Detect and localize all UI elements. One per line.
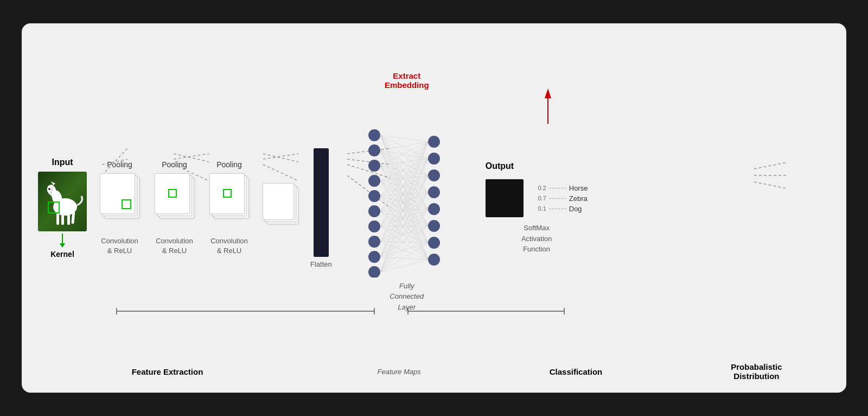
feature-maps-1	[97, 173, 143, 233]
svg-line-61	[380, 142, 428, 150]
svg-line-132	[380, 260, 428, 272]
prob-zebra: 0.7	[533, 195, 546, 201]
flatten-section: Flatten	[310, 148, 332, 268]
svg-line-19	[754, 162, 787, 169]
class-horse: Horse	[569, 184, 588, 192]
svg-point-50	[428, 220, 440, 232]
svg-rect-30	[61, 214, 64, 225]
fc-layer-label: FullyConnectedLayer	[390, 281, 424, 313]
feature-maps-pool	[261, 183, 302, 243]
nn-section: ExtractEmbedding	[342, 104, 472, 313]
svg-line-116	[380, 242, 428, 260]
output-image	[486, 179, 524, 217]
arrow-down-icon	[62, 234, 63, 244]
svg-point-51	[428, 237, 440, 249]
feature-maps-2	[151, 173, 197, 233]
dashed-separator	[550, 188, 566, 188]
feature-card	[209, 173, 245, 214]
conv-label-1: Convolution& ReLU	[101, 236, 138, 256]
svg-line-21	[754, 182, 787, 188]
output-section: Output 0.2 Horse 0.7 Zebra 0.1 Dog	[486, 161, 588, 255]
input-label: Input	[52, 157, 73, 167]
class-row-zebra: 0.7 Zebra	[533, 194, 588, 203]
svg-line-55	[380, 135, 428, 175]
conv-kernel-box	[122, 199, 131, 209]
svg-point-45	[428, 136, 440, 148]
svg-point-52	[428, 254, 440, 266]
svg-point-33	[48, 188, 50, 190]
conv-label-3: Convolution& ReLU	[210, 236, 248, 256]
class-row-horse: 0.2 Horse	[533, 184, 588, 192]
feature-extraction-label: Feature Extraction	[86, 367, 249, 376]
input-section: Input	[38, 157, 87, 259]
svg-point-43	[368, 251, 380, 263]
svg-line-58	[380, 135, 428, 226]
output-classes: 0.2 Horse 0.7 Zebra 0.1 Dog	[533, 182, 588, 215]
feature-maps-label: Feature Maps	[378, 368, 421, 376]
svg-point-40	[368, 205, 380, 217]
pooling-label-2: Pooling	[162, 160, 187, 169]
svg-point-46	[428, 153, 440, 165]
conv-kernel-box	[168, 189, 177, 198]
output-row: 0.2 Horse 0.7 Zebra 0.1 Dog	[486, 179, 588, 217]
svg-point-35	[368, 129, 380, 141]
bottom-labels: Feature Extraction Feature Maps Classifi…	[22, 362, 846, 381]
svg-point-47	[428, 169, 440, 181]
feature-card	[155, 173, 190, 214]
svg-point-48	[428, 186, 440, 198]
flatten-label: Flatten	[310, 260, 332, 268]
dashed-separator	[550, 209, 566, 209]
dashed-separator	[550, 198, 566, 199]
svg-line-63	[380, 150, 428, 175]
svg-line-92	[380, 196, 428, 260]
kernel-box	[48, 201, 60, 213]
svg-point-42	[368, 236, 380, 248]
svg-point-44	[368, 266, 380, 278]
output-label: Output	[486, 161, 514, 171]
horse-image	[38, 172, 87, 231]
svg-line-79	[380, 175, 428, 181]
prob-horse: 0.2	[533, 185, 546, 191]
conv-kernel-box	[223, 189, 232, 198]
nn-canvas	[342, 120, 472, 278]
svg-line-126	[380, 159, 428, 272]
svg-line-3	[174, 154, 209, 159]
svg-line-68	[380, 150, 428, 260]
svg-line-91	[380, 196, 428, 243]
svg-line-56	[380, 135, 428, 192]
probabilistic-label: ProbabalisticDistribution	[731, 362, 782, 381]
feature-maps-3	[206, 173, 252, 233]
svg-line-8	[263, 154, 298, 162]
svg-point-49	[428, 203, 440, 215]
svg-line-111	[380, 175, 428, 242]
svg-line-114	[380, 226, 428, 242]
svg-point-41	[368, 220, 380, 232]
softmax-label: SoftMaxActivationFunction	[521, 223, 552, 255]
svg-line-117	[380, 142, 428, 257]
extract-embedding-label: ExtractEmbedding	[385, 71, 429, 90]
class-zebra: Zebra	[569, 194, 588, 203]
svg-rect-29	[56, 213, 59, 225]
kernel-arrow	[62, 234, 63, 244]
conv-label-2: Convolution& ReLU	[156, 236, 193, 256]
svg-line-87	[380, 175, 428, 196]
feature-section-pool: Pooling	[261, 170, 302, 246]
feature-section-2: Pooling Convolution& ReLU	[151, 160, 197, 256]
svg-point-39	[368, 190, 380, 202]
flatten-bar	[314, 148, 329, 257]
svg-line-71	[380, 166, 428, 175]
prob-dog: 0.1	[533, 205, 546, 212]
kernel-label: Kernel	[50, 250, 74, 259]
svg-point-37	[368, 160, 380, 172]
horse-svg	[38, 172, 87, 231]
pooling-label-3: Pooling	[216, 160, 242, 169]
pooling-label-1: Pooling	[107, 160, 132, 169]
svg-line-53	[380, 135, 428, 142]
feature-card	[100, 173, 135, 214]
class-dog: Dog	[569, 205, 582, 213]
classification-label: Classification	[550, 367, 603, 376]
feature-section-3: Pooling Convolution& ReLU	[206, 160, 252, 256]
main-diagram: Input	[22, 23, 846, 393]
class-row-dog: 0.1 Dog	[533, 205, 588, 213]
svg-rect-31	[67, 213, 70, 225]
